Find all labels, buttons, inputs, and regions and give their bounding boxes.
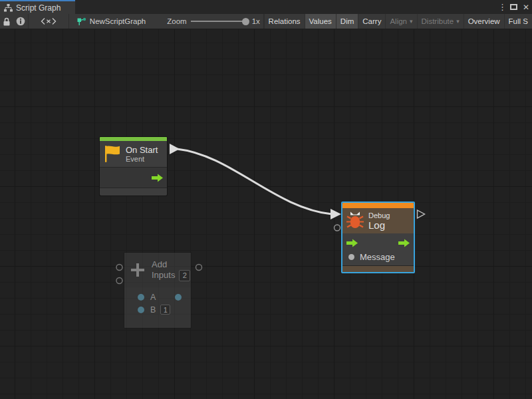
graph-tab-icon (4, 4, 13, 12)
distribute-label: Distribute (422, 17, 454, 25)
port-b-label: B (150, 305, 156, 315)
node-subtitle: Event (126, 155, 158, 164)
toolbar-button-overview[interactable]: Overview (464, 14, 504, 29)
zoom-control: Zoom 1x (167, 14, 263, 29)
node-footer (342, 266, 414, 272)
graph-asset-reference[interactable]: NewScriptGraph (69, 14, 152, 29)
graph-canvas[interactable]: On Start Event Add Inputs 2 (0, 29, 532, 399)
toolbar-button-distribute[interactable]: Distribute (417, 14, 464, 29)
dropdown-arrow-icon (410, 18, 413, 25)
port-b-value-field[interactable]: 1 (160, 305, 170, 315)
info-button[interactable] (13, 14, 28, 29)
plus-icon (130, 262, 146, 278)
message-input-port[interactable] (348, 254, 354, 260)
zoom-slider[interactable] (191, 21, 248, 22)
toolbar-button-dim[interactable]: Dim (336, 14, 358, 29)
trigger-output-port-icon[interactable] (151, 174, 164, 182)
node-subtitle: Log (368, 220, 390, 230)
message-port-row: Message (342, 250, 414, 264)
node-subtitle: Inputs (152, 270, 175, 281)
node-footer (100, 188, 167, 196)
value-input-port-a[interactable] (138, 294, 144, 301)
tab-script-graph[interactable]: Script Graph (0, 0, 75, 14)
lock-icon (3, 17, 11, 26)
lock-button[interactable] (0, 14, 13, 29)
value-output-port[interactable] (175, 294, 182, 301)
node-on-start[interactable]: On Start Event (99, 136, 168, 196)
value-input-port-b[interactable] (138, 307, 144, 313)
maximize-icon[interactable] (510, 4, 517, 10)
node-add[interactable]: Add Inputs 2 A B 1 (124, 252, 192, 329)
align-label: Align (390, 17, 407, 25)
bug-icon (346, 211, 364, 231)
node-footer (124, 319, 191, 328)
node-title: Add (152, 259, 190, 270)
graph-name-label: NewScriptGraph (90, 17, 146, 25)
script-graph-asset-icon (77, 17, 86, 26)
tab-bar: Script Graph (0, 0, 532, 14)
toolbar-button-full-screen[interactable]: Full S (504, 14, 532, 29)
flag-icon (104, 145, 120, 163)
close-icon[interactable] (523, 3, 529, 12)
toolbar-button-carry[interactable]: Carry (358, 14, 385, 29)
node-color-bar (342, 203, 414, 208)
graph-toolbar: NewScriptGraph Zoom 1x Relations Values … (0, 14, 532, 29)
zoom-label: Zoom (167, 17, 186, 25)
trigger-port-row (342, 235, 414, 250)
code-view-button[interactable] (28, 14, 68, 29)
zoom-value: 1x (252, 17, 260, 25)
zoom-slider-handle[interactable] (242, 18, 249, 25)
port-row-b: B 1 (124, 303, 191, 316)
input-count-field[interactable]: 2 (179, 270, 190, 281)
port-row-a: A (124, 291, 191, 303)
trigger-output-port-icon[interactable] (398, 239, 410, 247)
code-view-icon (41, 17, 57, 25)
info-icon (16, 17, 25, 26)
trigger-input-port-icon[interactable] (346, 239, 358, 247)
message-port-label: Message (360, 252, 395, 262)
node-debug-log[interactable]: Debug Log Message (341, 201, 415, 273)
toolbar-button-values[interactable]: Values (305, 14, 336, 29)
port-a-label: A (150, 293, 156, 302)
kebab-menu-icon[interactable] (498, 2, 505, 12)
toolbar-button-align[interactable]: Align (385, 14, 416, 29)
toolbar-button-relations[interactable]: Relations (264, 14, 305, 29)
tab-title: Script Graph (16, 3, 61, 13)
dropdown-arrow-icon (456, 18, 460, 25)
node-title: On Start (126, 145, 158, 155)
